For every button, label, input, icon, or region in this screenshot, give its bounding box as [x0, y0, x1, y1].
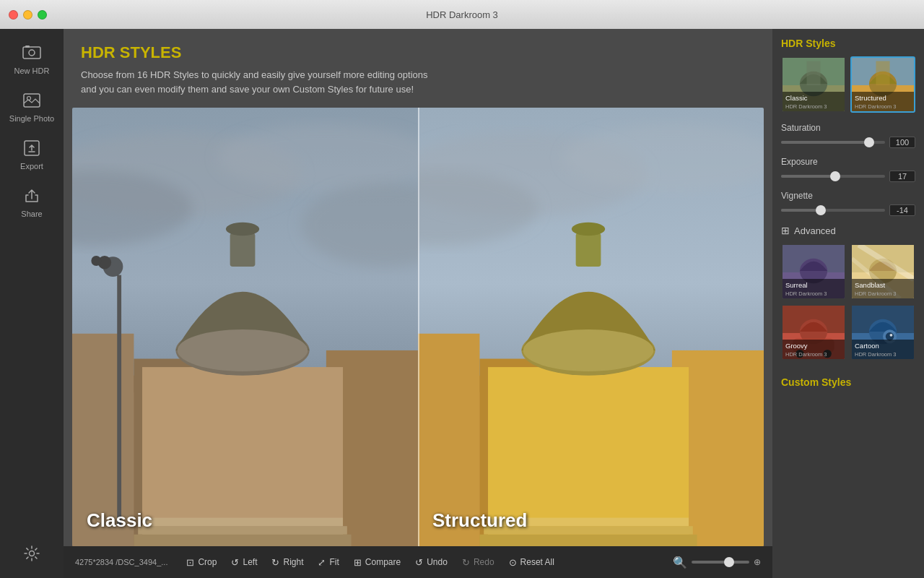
classic-name: Classic: [785, 94, 808, 102]
redo-icon: ↻: [462, 557, 470, 568]
titlebar: HDR Darkroom 3: [0, 0, 924, 29]
classic-label: Classic: [87, 509, 152, 532]
saturation-thumb[interactable]: [864, 137, 874, 147]
content-area: HDR STYLES Choose from 16 HDR Styles to …: [64, 29, 772, 578]
svg-point-41: [523, 329, 654, 371]
svg-point-2: [29, 50, 35, 56]
reset-icon: ⊙: [509, 557, 517, 568]
reset-all-button[interactable]: ⊙ Reset All: [502, 554, 562, 571]
sidebar-item-single-photo[interactable]: Single Photo: [0, 84, 64, 131]
exposure-slider[interactable]: [781, 175, 885, 178]
undo-icon: ↺: [415, 557, 423, 568]
app-title: HDR Darkroom 3: [426, 9, 498, 20]
export-icon: [24, 140, 40, 159]
minimize-button[interactable]: [23, 10, 32, 20]
style-cartoon[interactable]: Cartoon HDR Darkroom 3: [850, 304, 915, 361]
cartoon-name: Cartoon: [855, 342, 879, 350]
svg-rect-54: [876, 61, 889, 85]
zoom-thumb[interactable]: [724, 557, 734, 567]
svg-point-4: [27, 97, 31, 100]
comparison-container: Classic Structured: [72, 108, 764, 546]
share-icon: [24, 188, 40, 207]
exposure-value[interactable]: 17: [889, 171, 915, 182]
fit-button[interactable]: ⤢ Fit: [310, 554, 346, 571]
exposure-label: Exposure: [781, 157, 915, 167]
redo-button[interactable]: ↻ Redo: [455, 554, 502, 571]
right-panel: HDR Styles Classic HDR Darkroom 3: [772, 29, 924, 578]
maximize-button[interactable]: [38, 10, 47, 20]
surreal-sub: HDR Darkroom 3: [785, 290, 827, 297]
cartoon-sub: HDR Darkroom 3: [855, 351, 897, 358]
header-desc-line2: and you can even modify them and save yo…: [81, 84, 414, 95]
rotate-left-button[interactable]: ↺ Left: [224, 554, 264, 571]
close-button[interactable]: [9, 10, 18, 20]
svg-rect-50: [806, 61, 820, 85]
svg-point-43: [572, 223, 605, 236]
style-structured[interactable]: Structured HDR Darkroom 3: [850, 56, 915, 113]
crop-label: Crop: [198, 557, 217, 567]
new-hdr-label: New HDR: [14, 66, 50, 75]
new-hdr-icon: [22, 45, 41, 64]
single-photo-icon: [23, 92, 40, 111]
compare-label: Compare: [365, 557, 401, 567]
zoom-out-icon[interactable]: 🔍: [673, 556, 687, 569]
share-label: Share: [21, 210, 42, 218]
vignette-section: Vignette -14: [781, 191, 915, 216]
svg-point-74: [890, 334, 893, 337]
svg-rect-42: [576, 233, 601, 267]
sidebar-item-export[interactable]: Export: [0, 131, 64, 179]
header-area: HDR STYLES Choose from 16 HDR Styles to …: [64, 29, 772, 108]
zoom-in-icon[interactable]: ⊕: [754, 557, 761, 567]
vignette-thumb[interactable]: [816, 205, 826, 215]
svg-rect-1: [25, 46, 30, 48]
structured-sub: HDR Darkroom 3: [855, 103, 897, 110]
style-surreal[interactable]: Surreal HDR Darkroom 3: [781, 243, 846, 300]
exposure-fill: [781, 175, 835, 178]
groovy-name: Groovy: [785, 342, 808, 350]
exposure-thumb[interactable]: [830, 171, 840, 181]
svg-rect-21: [230, 233, 256, 267]
classic-sub: HDR Darkroom 3: [785, 103, 827, 110]
svg-rect-46: [479, 535, 697, 546]
sidebar-item-new-hdr[interactable]: New HDR: [0, 36, 64, 84]
top-style-grid: Classic HDR Darkroom 3 Structured: [781, 56, 915, 113]
custom-styles-title: Custom Styles: [781, 376, 915, 388]
vignette-row: -14: [781, 204, 915, 216]
zoom-slider[interactable]: [692, 561, 749, 564]
vignette-value[interactable]: -14: [889, 204, 915, 216]
crop-button[interactable]: ⊡ Crop: [179, 554, 224, 571]
single-photo-label: Single Photo: [9, 114, 54, 123]
page-title: HDR STYLES: [81, 43, 755, 62]
style-sandblast[interactable]: Sandblast HDR Darkroom 3: [850, 243, 915, 300]
saturation-fill: [781, 141, 869, 144]
export-label: Export: [20, 162, 43, 171]
sidebar-item-share[interactable]: Share: [0, 179, 64, 227]
saturation-value[interactable]: 100: [889, 137, 915, 148]
groovy-sub: HDR Darkroom 3: [785, 351, 827, 358]
exposure-section: Exposure 17: [781, 157, 915, 182]
comparison-divider: [418, 108, 419, 546]
image-comparison-area[interactable]: Classic Structured: [72, 108, 764, 546]
advanced-toggle[interactable]: ⊞ Advanced: [781, 225, 915, 236]
left-label: Left: [243, 557, 257, 567]
undo-label: Undo: [427, 557, 448, 567]
saturation-slider[interactable]: [781, 141, 885, 144]
compare-button[interactable]: ⊞ Compare: [346, 554, 408, 571]
vignette-fill: [781, 209, 821, 212]
svg-rect-24: [138, 526, 347, 535]
undo-button[interactable]: ↺ Undo: [408, 554, 455, 571]
style-classic[interactable]: Classic HDR Darkroom 3: [781, 56, 846, 113]
rotate-right-button[interactable]: ↻ Right: [264, 554, 310, 571]
compare-icon: ⊞: [354, 557, 362, 568]
surreal-thumb-label: Surreal HDR Darkroom 3: [783, 279, 845, 298]
structured-name: Structured: [855, 94, 886, 102]
settings-button[interactable]: [23, 545, 40, 578]
style-groovy[interactable]: Groovy HDR Darkroom 3: [781, 304, 846, 361]
advanced-icon: ⊞: [781, 225, 790, 236]
rotate-right-icon: ↻: [271, 557, 279, 568]
vignette-slider[interactable]: [781, 209, 885, 212]
hdr-styles-title: HDR Styles: [781, 38, 915, 49]
structured-scene: [418, 108, 764, 546]
redo-label: Redo: [474, 557, 494, 567]
fit-icon: ⤢: [318, 557, 326, 568]
